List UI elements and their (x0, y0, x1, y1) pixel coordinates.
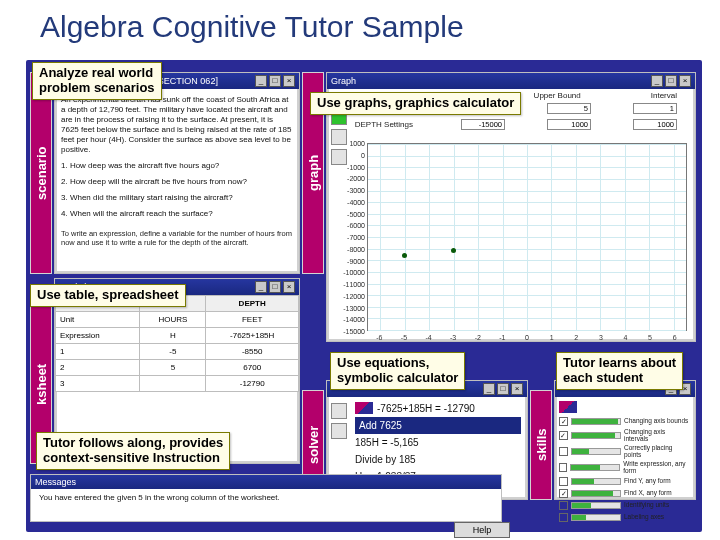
y-tick-label: -2000 (347, 175, 365, 182)
ws-cell[interactable]: 2 (56, 360, 140, 376)
solver-step[interactable]: 185H = -5,165 (355, 434, 521, 451)
y-tick-label: -7000 (347, 234, 365, 241)
skill-row: Labeling axes (559, 513, 691, 522)
ws-cell[interactable]: Expression (56, 328, 140, 344)
ws-col-header: DEPTH (206, 296, 299, 312)
x-tick-label: 6 (673, 334, 677, 341)
skill-row: ✓Find X, any form (559, 489, 691, 498)
tab-scenario[interactable]: scenario (30, 72, 52, 274)
graph-plot-area[interactable] (367, 143, 687, 331)
y-tick-label: -11000 (343, 281, 365, 288)
y-tick-label: 0 (361, 151, 365, 158)
skill-bar (571, 448, 621, 455)
interval-input[interactable] (633, 119, 677, 130)
x-tick-label: 0 (525, 334, 529, 341)
skills-logo-icon (559, 401, 577, 413)
y-tick-label: 1000 (349, 140, 365, 147)
ws-cell[interactable]: Unit (56, 312, 140, 328)
worksheet-table[interactable]: TIMEDEPTHUnitHOURSFEETExpressionH-7625+1… (55, 295, 299, 392)
data-point[interactable] (402, 253, 407, 258)
table-row[interactable]: UnitHOURSFEET (56, 312, 299, 328)
table-row[interactable]: 256700 (56, 360, 299, 376)
tab-skills[interactable]: skills (530, 390, 552, 500)
minimize-button[interactable]: _ (255, 75, 267, 87)
solver-equation: -7625+185H = -12790 (377, 403, 475, 414)
close-button[interactable]: × (511, 383, 523, 395)
col-upper: Upper Bound (534, 91, 581, 100)
skill-bar (571, 514, 621, 521)
scenario-question: 3. When did the military start raising t… (61, 193, 293, 203)
lower-bound-input[interactable] (461, 119, 505, 130)
graph-settings-row: DEPTH Settings (327, 118, 695, 134)
messages-titlebar[interactable]: Messages (31, 475, 501, 489)
y-tick-label: -15000 (343, 328, 365, 335)
skill-bar (571, 478, 621, 485)
scenario-question: 2. How deep will the aircraft be five ho… (61, 177, 293, 187)
ws-cell[interactable]: -12790 (206, 376, 299, 392)
ws-cell[interactable]: -8550 (206, 344, 299, 360)
skill-check (559, 463, 567, 472)
skill-bar (571, 490, 621, 497)
maximize-button[interactable]: □ (269, 281, 281, 293)
skill-bar (571, 418, 621, 425)
ws-cell[interactable]: 1 (56, 344, 140, 360)
skill-row: Identifying units (559, 501, 691, 510)
y-tick-label: -12000 (343, 292, 365, 299)
ws-cell[interactable]: 5 (140, 360, 206, 376)
messages-text: You have entered the given 5 in the wron… (39, 493, 280, 502)
minimize-button[interactable]: _ (483, 383, 495, 395)
maximize-button[interactable]: □ (497, 383, 509, 395)
close-button[interactable]: × (679, 75, 691, 87)
callout-follows: Tutor follows along, provides context-se… (36, 432, 230, 470)
upper-bound-input[interactable] (547, 103, 591, 114)
solver-tool-2[interactable] (331, 423, 347, 439)
ws-cell[interactable]: 3 (56, 376, 140, 392)
minimize-button[interactable]: _ (255, 281, 267, 293)
ws-cell[interactable] (140, 376, 206, 392)
callout-graphs: Use graphs, graphics calculator (310, 92, 521, 115)
maximize-button[interactable]: □ (269, 75, 281, 87)
x-tick-label: -6 (376, 334, 382, 341)
skill-label: Identifying units (624, 502, 669, 509)
maximize-button[interactable]: □ (665, 75, 677, 87)
graph-titlebar[interactable]: Graph _ □ × (327, 73, 695, 89)
solver-step[interactable]: Divide by 185 (355, 451, 521, 468)
solver-tool-1[interactable] (331, 403, 347, 419)
scenario-question: 4. When will the aircraft reach the surf… (61, 209, 293, 219)
skills-window: _ × ✓Changing axis bounds✓Changing axis … (554, 380, 696, 500)
ws-cell[interactable]: FEET (206, 312, 299, 328)
table-row[interactable]: 3-12790 (56, 376, 299, 392)
ws-cell[interactable]: H (140, 328, 206, 344)
scenario-footnote: To write an expression, define a variabl… (61, 229, 293, 248)
solver-step[interactable]: Add 7625 (355, 417, 521, 434)
interval-input[interactable] (633, 103, 677, 114)
skill-bar (570, 464, 620, 471)
skill-bar (571, 432, 621, 439)
ws-cell[interactable]: -7625+185H (206, 328, 299, 344)
close-button[interactable]: × (283, 281, 295, 293)
table-row[interactable]: ExpressionH-7625+185H (56, 328, 299, 344)
x-tick-label: -3 (450, 334, 456, 341)
solver-logo-icon (355, 402, 373, 414)
y-tick-label: -3000 (347, 187, 365, 194)
minimize-button[interactable]: _ (651, 75, 663, 87)
x-tick-label: 3 (599, 334, 603, 341)
ws-cell[interactable]: -5 (140, 344, 206, 360)
upper-bound-input[interactable] (547, 119, 591, 130)
skill-check (559, 501, 568, 510)
data-point[interactable] (451, 248, 456, 253)
x-tick-label: -5 (401, 334, 407, 341)
ws-cell[interactable]: 6700 (206, 360, 299, 376)
help-button[interactable]: Help (454, 522, 510, 538)
close-button[interactable]: × (283, 75, 295, 87)
skill-row: ✓Changing axis bounds (559, 417, 691, 426)
y-tick-label: -8000 (347, 245, 365, 252)
x-tick-label: -4 (425, 334, 431, 341)
x-tick-label: 5 (648, 334, 652, 341)
skill-label: Changing axis bounds (624, 418, 688, 425)
y-tick-label: -6000 (347, 222, 365, 229)
page-title: Algebra Cognitive Tutor Sample (40, 10, 464, 44)
table-row[interactable]: 1-5-8550 (56, 344, 299, 360)
skill-check: ✓ (559, 489, 568, 498)
ws-cell[interactable]: HOURS (140, 312, 206, 328)
